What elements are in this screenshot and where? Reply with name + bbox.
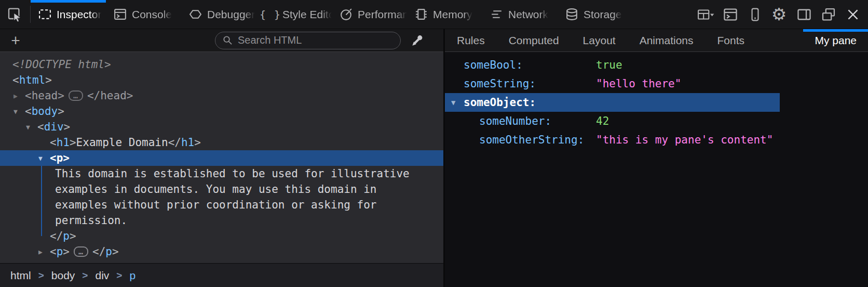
breadcrumb-item-html[interactable]: html xyxy=(10,269,31,282)
tab-rules[interactable]: Rules xyxy=(445,29,497,51)
braces-icon: { } xyxy=(263,8,278,21)
markup-text-line[interactable]: examples in documents. You may use this … xyxy=(0,181,443,197)
property-name: someOtherString xyxy=(479,134,596,146)
split-console-button[interactable] xyxy=(718,0,742,29)
close-tag[interactable]: p xyxy=(50,230,76,242)
iframe-picker-button[interactable] xyxy=(694,0,718,29)
pane-row-someNumber[interactable]: someNumber42 xyxy=(445,112,868,131)
markup-node-head[interactable]: ▶ head … head xyxy=(0,88,443,103)
tab-computed[interactable]: Computed xyxy=(497,29,571,51)
markup-node-body[interactable]: ▼ body xyxy=(0,103,443,119)
pane-row-someObject[interactable]: ▼someObject xyxy=(445,93,780,112)
markup-doctype[interactable]: <!DOCTYPE html> xyxy=(0,57,443,72)
search-html-box[interactable] xyxy=(215,32,401,49)
property-name: someObject xyxy=(464,96,536,109)
pane-row-someString[interactable]: someString"hello there" xyxy=(445,74,868,93)
tab-label: Layout xyxy=(583,34,616,47)
breadcrumb-item-div[interactable]: div xyxy=(95,269,109,282)
text-node: examples in documents. You may use this … xyxy=(55,183,377,195)
chevron-right-icon: > xyxy=(38,270,44,281)
expanded-arrow-icon[interactable]: ▼ xyxy=(11,108,25,115)
open-tag[interactable]: html xyxy=(12,74,52,86)
property-value: true xyxy=(596,59,622,71)
tab-console[interactable]: Console xyxy=(106,0,181,29)
eyedropper-button[interactable] xyxy=(404,33,431,48)
markup-node-p2[interactable]: ▶ p … p xyxy=(0,244,443,259)
collapsed-arrow-icon[interactable]: ▶ xyxy=(36,248,50,256)
pane-row-someBool[interactable]: someBooltrue xyxy=(445,56,868,74)
debugger-icon xyxy=(188,7,202,21)
text-node[interactable]: Example Domain xyxy=(76,136,168,149)
tab-label: Performance xyxy=(358,8,407,21)
markup-node-p-selected[interactable]: ▼ p xyxy=(0,150,443,166)
property-name: someString xyxy=(464,77,596,90)
inspector-icon xyxy=(37,7,52,21)
selected-children-guide xyxy=(41,166,42,236)
markup-node-h1[interactable]: h1Example Domainh1 xyxy=(0,135,443,150)
gear-icon: ⚙ xyxy=(771,6,787,23)
breadcrumb-item-p[interactable]: p xyxy=(129,269,135,282)
tab-performance[interactable]: Performance xyxy=(332,0,407,29)
tab-label: Console xyxy=(132,8,172,21)
markup-text-line[interactable]: permission. xyxy=(0,213,443,228)
pane-row-someOtherString[interactable]: someOtherString"this is my pane's conten… xyxy=(445,131,868,149)
tab-layout[interactable]: Layout xyxy=(571,29,628,51)
property-value: 42 xyxy=(596,115,609,127)
memory-icon xyxy=(414,7,428,21)
tab-label: Fonts xyxy=(717,34,745,47)
property-value: "this is my pane's content" xyxy=(596,134,773,146)
responsive-design-button[interactable] xyxy=(742,0,767,29)
search-html-input[interactable] xyxy=(238,34,394,46)
tab-animations[interactable]: Animations xyxy=(628,29,706,51)
markup-node-html[interactable]: html xyxy=(0,72,443,88)
settings-button[interactable]: ⚙ xyxy=(767,0,791,29)
close-devtools-button[interactable] xyxy=(840,0,865,29)
markup-close-p[interactable]: p xyxy=(0,228,443,244)
console-icon xyxy=(113,7,127,21)
property-name: someNumber xyxy=(479,115,596,127)
tab-inspector[interactable]: Inspector xyxy=(31,0,106,29)
close-tag[interactable]: h1 xyxy=(168,136,201,149)
close-tag[interactable]: p xyxy=(92,245,119,258)
toolbar-buttons: ⚙ xyxy=(694,0,868,29)
open-tag[interactable]: head xyxy=(25,89,64,102)
tab-network[interactable]: Network xyxy=(482,0,558,29)
tab-label: Inspector xyxy=(57,8,101,21)
my-pane-content: someBooltrue someString"hello there" ▼so… xyxy=(445,52,868,287)
tab-label: Style Editor xyxy=(282,8,332,21)
open-tag[interactable]: p xyxy=(50,245,70,258)
devtools-toolbar: Inspector Console Debugger { } Styl xyxy=(0,0,868,29)
node-picker-button[interactable] xyxy=(0,0,30,29)
tab-my-pane[interactable]: My pane xyxy=(803,29,868,51)
breadcrumb-item-body[interactable]: body xyxy=(51,269,75,282)
text-node: examples without prior coordination or a… xyxy=(55,199,377,211)
open-tag[interactable]: p xyxy=(50,152,70,164)
dock-side-button[interactable] xyxy=(792,0,816,29)
collapsed-arrow-icon[interactable]: ▶ xyxy=(11,92,25,100)
tab-label: Network xyxy=(508,8,548,21)
ellipsis-badge[interactable]: … xyxy=(69,90,83,101)
add-node-button[interactable]: + xyxy=(4,33,27,48)
open-tag[interactable]: body xyxy=(25,105,64,118)
expanded-arrow-icon[interactable]: ▼ xyxy=(24,123,37,131)
open-tag[interactable]: div xyxy=(37,121,70,133)
devtools-body: + xyxy=(0,29,868,287)
tab-storage[interactable]: Storage xyxy=(558,0,633,29)
tab-memory[interactable]: Memory xyxy=(407,0,482,29)
inspector-panel: + xyxy=(0,29,443,287)
chevron-right-icon: > xyxy=(116,270,122,281)
expanded-arrow-icon[interactable]: ▼ xyxy=(36,154,50,162)
ellipsis-badge[interactable]: … xyxy=(74,246,88,257)
tab-style-editor[interactable]: { } Style Editor xyxy=(256,0,332,29)
markup-text-line[interactable]: This domain is established to be used fo… xyxy=(0,166,443,181)
tab-debugger[interactable]: Debugger xyxy=(181,0,256,29)
expanded-arrow-icon[interactable]: ▼ xyxy=(450,98,464,107)
markup-node-div[interactable]: ▼ div xyxy=(0,119,443,135)
network-icon xyxy=(489,7,504,21)
markup-text-line[interactable]: examples without prior coordination or a… xyxy=(0,197,443,213)
text-node: This domain is established to be used fo… xyxy=(55,167,410,180)
tab-fonts[interactable]: Fonts xyxy=(706,29,757,51)
open-tag[interactable]: h1 xyxy=(50,136,76,149)
separate-window-button[interactable] xyxy=(816,0,840,29)
close-tag[interactable]: head xyxy=(87,89,133,102)
